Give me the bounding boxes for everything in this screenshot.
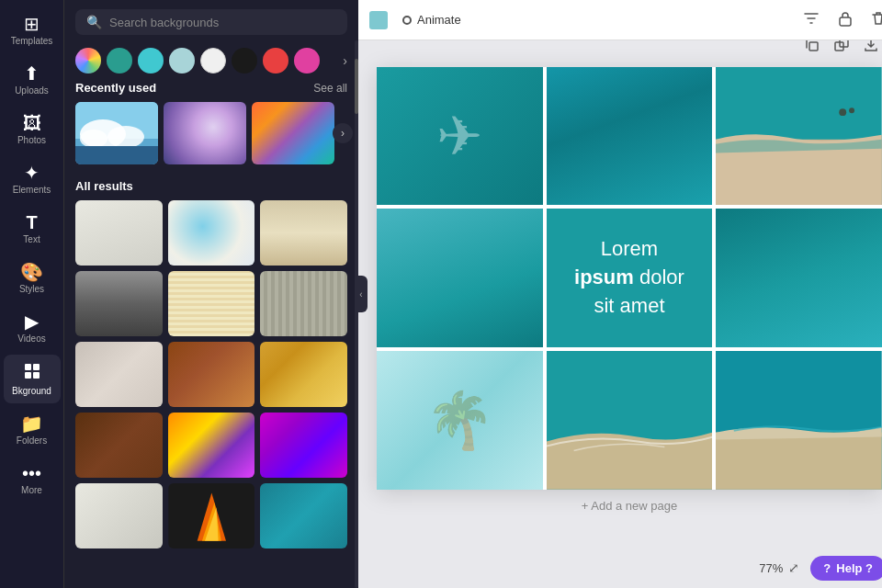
svg-rect-0: [25, 364, 31, 370]
add-page-bar[interactable]: + Add a new page: [582, 490, 677, 522]
add-page-label: + Add a new page: [582, 499, 677, 513]
recent-thumb-3[interactable]: [252, 102, 334, 164]
svg-rect-2: [25, 372, 31, 379]
svg-rect-3: [33, 372, 40, 379]
canvas-copy-icon[interactable]: [801, 40, 823, 59]
bg-thumb-9[interactable]: [260, 342, 347, 407]
photos-icon: 🖼: [23, 114, 41, 132]
panel-collapse-handle[interactable]: ‹: [355, 276, 368, 312]
grid-cell-1[interactable]: ✈: [377, 67, 543, 206]
grid-cell-6[interactable]: [716, 209, 882, 347]
sidebar-label-templates: Templates: [11, 36, 53, 46]
swatch-white[interactable]: [200, 48, 226, 74]
all-results-title: All results: [75, 179, 133, 193]
sidebar-label-more: More: [21, 485, 42, 495]
filter-icon[interactable]: [799, 6, 823, 34]
bottom-bar: 77% ⤢ ? Help ?: [358, 548, 882, 588]
sidebar-item-styles[interactable]: 🎨 Styles: [4, 255, 61, 301]
sidebar-item-folders[interactable]: 📁 Folders: [4, 407, 61, 453]
bg-thumb-12[interactable]: [260, 413, 347, 478]
svg-rect-14: [840, 17, 851, 26]
swatch-pink[interactable]: [294, 48, 320, 74]
recently-used-header: Recently used See all: [75, 81, 347, 95]
help-button[interactable]: ? Help ?: [810, 556, 882, 581]
zoom-expand-icon[interactable]: ⤢: [788, 560, 799, 575]
animate-button[interactable]: Animate: [395, 9, 469, 30]
panel-wrapper: 🔍 › Recently used See all: [64, 0, 358, 588]
search-input[interactable]: [109, 16, 336, 29]
bg-thumb-10[interactable]: [75, 413, 163, 478]
main-area: Animate: [358, 0, 882, 588]
center-text: Lorem ipsum dolor sit amet: [565, 226, 694, 329]
sidebar: ⊞ Templates ⬆ Uploads 🖼 Photos ✦ Element…: [0, 0, 64, 588]
zoom-control: 77% ⤢: [759, 560, 799, 575]
canvas-export-icon[interactable]: [860, 40, 882, 59]
swatch-black[interactable]: [232, 48, 257, 74]
text-icon: T: [26, 213, 37, 232]
canvas-workspace: ↻ ✈: [358, 40, 882, 548]
bg-thumb-8[interactable]: [168, 342, 255, 407]
sidebar-label-bkground: Bkground: [12, 386, 51, 396]
center-text-dolor: dolor: [639, 266, 684, 288]
swatch-teal[interactable]: [107, 48, 132, 74]
search-bar: 🔍: [64, 0, 358, 44]
sidebar-item-templates[interactable]: ⊞ Templates: [4, 7, 61, 53]
bg-thumb-7[interactable]: [75, 342, 163, 407]
grid-cell-4[interactable]: [377, 209, 543, 347]
trash-icon[interactable]: [867, 6, 882, 34]
recent-thumb-2[interactable]: [164, 102, 246, 164]
swatch-light-blue[interactable]: [169, 48, 195, 74]
grid-cell-3[interactable]: [716, 67, 882, 206]
canvas-outer: ↻ ✈: [377, 67, 882, 490]
bg-thumb-4[interactable]: [75, 271, 163, 336]
sidebar-item-uploads[interactable]: ⬆ Uploads: [4, 57, 61, 103]
bg-thumb-13[interactable]: [75, 483, 163, 548]
panel-scroll: Recently used See all: [64, 81, 358, 588]
sidebar-item-videos[interactable]: ▶ Videos: [4, 305, 61, 351]
swatches-more-arrow[interactable]: ›: [343, 53, 347, 68]
bg-thumb-3[interactable]: [260, 200, 347, 266]
bg-thumb-11[interactable]: [168, 413, 255, 478]
sidebar-label-text: Text: [23, 234, 40, 244]
bg-thumb-1[interactable]: [75, 200, 163, 266]
grid-cell-7[interactable]: 🌴: [377, 351, 543, 490]
see-all-button[interactable]: See all: [313, 82, 347, 95]
sidebar-item-more[interactable]: ••• More: [4, 457, 61, 503]
svg-point-20: [840, 108, 847, 116]
more-icon: •••: [22, 464, 41, 482]
animate-label: Animate: [417, 13, 461, 27]
swatch-red[interactable]: [263, 48, 288, 74]
grid-cell-8[interactable]: [547, 351, 713, 490]
recent-thumb-1[interactable]: [75, 102, 158, 164]
canvas-container: ↻ ✈: [377, 67, 882, 490]
lock-icon[interactable]: [834, 6, 856, 34]
panel: 🔍 › Recently used See all: [64, 0, 358, 588]
grid-cell-center[interactable]: Lorem ipsum dolor sit amet: [547, 209, 713, 347]
bg-thumb-14[interactable]: [168, 483, 255, 548]
sidebar-label-photos: Photos: [17, 135, 46, 145]
search-icon: 🔍: [86, 15, 102, 29]
templates-icon: ⊞: [24, 15, 40, 33]
recently-used-title: Recently used: [75, 81, 156, 95]
bg-thumb-6[interactable]: [260, 271, 347, 336]
sidebar-label-folders: Folders: [17, 435, 47, 446]
bg-thumb-2[interactable]: [168, 200, 255, 266]
bg-grid: [75, 200, 347, 548]
sidebar-item-photos[interactable]: 🖼 Photos: [4, 107, 61, 153]
sidebar-item-text[interactable]: T Text: [4, 206, 61, 252]
swatch-cyan[interactable]: [138, 48, 164, 74]
grid-cell-2[interactable]: [547, 67, 713, 206]
zoom-level: 77%: [759, 561, 783, 575]
swatch-color-wheel[interactable]: [75, 48, 101, 74]
search-input-wrap[interactable]: 🔍: [75, 9, 347, 35]
sidebar-item-bkground[interactable]: Bkground: [4, 355, 61, 403]
sidebar-label-uploads: Uploads: [15, 85, 49, 96]
bg-thumb-5[interactable]: [168, 271, 255, 336]
all-results-header: All results: [75, 179, 347, 193]
canvas-duplicate-icon[interactable]: [831, 40, 853, 59]
svg-rect-1: [33, 364, 40, 370]
sidebar-item-elements[interactable]: ✦ Elements: [4, 156, 61, 202]
recent-next-arrow[interactable]: ›: [333, 123, 353, 143]
grid-cell-9[interactable]: [716, 351, 882, 490]
bg-thumb-15[interactable]: [260, 483, 347, 548]
